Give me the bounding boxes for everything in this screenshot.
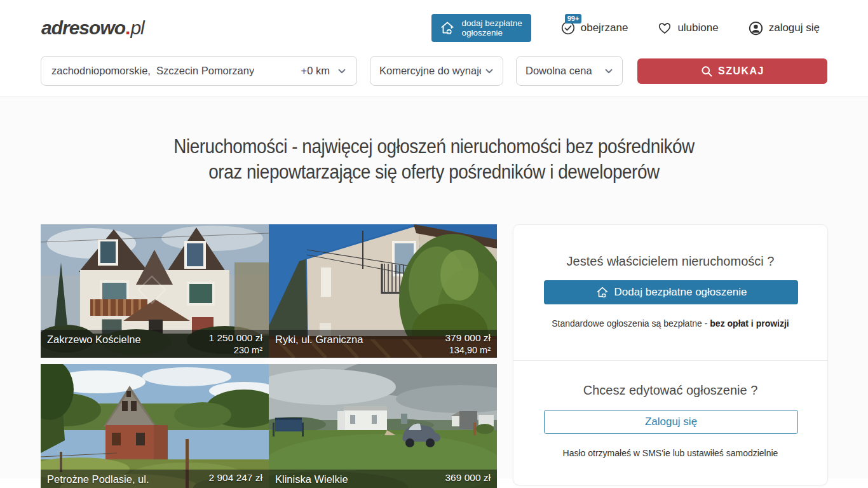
main-content: Nieruchomości - najwięcej ogłoszeń nieru… (0, 97, 868, 478)
listing-caption: Ryki, ul. Graniczna 379 000 zł 134,90 m² (269, 330, 497, 358)
search-button-label: SZUKAJ (718, 65, 764, 77)
listing-card[interactable]: Zakrzewo Kościelne 1 250 000 zł 230 m² (41, 224, 269, 358)
chevron-down-icon (484, 65, 495, 77)
listing-area: 230 m² (234, 345, 262, 355)
listing-caption: Petrożne Podlasie, ul. 2 904 247 zł (41, 470, 269, 488)
viewed-label: obejrzane (581, 22, 628, 34)
favorites-label: ulubione (677, 22, 718, 34)
user-icon (748, 20, 764, 36)
chevron-down-icon (336, 65, 348, 77)
top-bar: adresowo.pl dodaj bezpłatne ogłoszenie 9… (0, 0, 868, 97)
viewed-link[interactable]: 99+ obejrzane (560, 20, 628, 36)
favorites-link[interactable]: ulubione (657, 20, 718, 36)
price-value: Dowolna cena (526, 65, 592, 77)
edit-title: Chcesz edytować ogłoszenie ? (544, 383, 797, 398)
listing-card[interactable]: Kliniska Wielkie 369 000 zł (269, 364, 497, 488)
listing-price: 379 000 zł (445, 332, 491, 343)
listing-price: 2 904 247 zł (209, 472, 262, 483)
listing-location: Zakrzewo Kościelne (47, 332, 141, 358)
listing-price: 369 000 zł (445, 472, 491, 483)
login-link[interactable]: zaloguj się (748, 20, 820, 36)
viewed-badge: 99+ (565, 14, 582, 24)
listing-grid: Zakrzewo Kościelne 1 250 000 zł 230 m² (41, 224, 497, 488)
listing-area: 134,90 m² (449, 345, 491, 355)
radius-dropdown[interactable]: +0 km (301, 65, 348, 77)
house-plus-icon (439, 20, 456, 36)
house-plus-icon (595, 285, 609, 299)
sidebar-login-label: Zaloguj się (645, 416, 697, 428)
add-listing-label: dodaj bezpłatne ogłoszenie (461, 18, 522, 37)
search-icon (700, 65, 713, 78)
location-value: zachodniopomorskie, Szczecin Pomorzany (51, 65, 254, 77)
listing-price: 1 250 000 zł (209, 332, 262, 343)
location-input[interactable]: zachodniopomorskie, Szczecin Pomorzany +… (41, 56, 357, 86)
page-title: Nieruchomości - najwięcej ogłoszeń nieru… (0, 97, 868, 185)
heart-icon (657, 20, 672, 36)
add-listing-button[interactable]: dodaj bezpłatne ogłoszenie (431, 14, 531, 42)
page-title-line2: oraz niepowtarzające się oferty pośredni… (43, 159, 824, 185)
owner-section: Jesteś właścicielem nieruchomości ? Doda… (513, 225, 827, 360)
sidebar-login-button[interactable]: Zaloguj się (544, 410, 798, 434)
listing-caption: Zakrzewo Kościelne 1 250 000 zł 230 m² (41, 330, 269, 358)
radius-value: +0 km (301, 65, 330, 77)
edit-section: Chcesz edytować ogłoszenie ? Zaloguj się… (513, 361, 827, 485)
category-dropdown[interactable]: Komercyjne do wynaję (370, 56, 503, 86)
listing-card[interactable]: Ryki, ul. Graniczna 379 000 zł 134,90 m² (269, 224, 497, 358)
price-dropdown[interactable]: Dowolna cena (516, 56, 623, 86)
listing-location: Petrożne Podlasie, ul. (47, 471, 149, 488)
logo-brand: adresowo (41, 17, 125, 39)
category-value: Komercyjne do wynaję (379, 65, 481, 77)
search-bar: zachodniopomorskie, Szczecin Pomorzany +… (0, 56, 868, 97)
chevron-down-icon (603, 65, 614, 77)
search-button[interactable]: SZUKAJ (637, 58, 827, 84)
login-label: zaloguj się (769, 22, 820, 34)
header-actions: dodaj bezpłatne ogłoszenie 99+ obejrzane (431, 14, 820, 42)
site-header: adresowo.pl dodaj bezpłatne ogłoszenie 9… (0, 0, 868, 56)
listing-card[interactable]: Petrożne Podlasie, ul. 2 904 247 zł (41, 364, 269, 488)
edit-note: Hasło otrzymałeś w SMS'ie lub ustawiłeś … (544, 448, 797, 458)
owner-title: Jesteś właścicielem nieruchomości ? (544, 254, 797, 269)
page-title-line1: Nieruchomości - najwięcej ogłoszeń nieru… (43, 134, 824, 159)
listing-location: Ryki, ul. Graniczna (275, 332, 363, 358)
sidebar-add-listing-button[interactable]: Dodaj bezpłatne ogłoszenie (544, 280, 798, 304)
listing-location: Kliniska Wielkie (275, 471, 348, 488)
logo[interactable]: adresowo.pl (41, 17, 144, 39)
listing-caption: Kliniska Wielkie 369 000 zł (269, 470, 497, 488)
owner-note: Standardowe ogłoszenia są bezpłatne - be… (544, 318, 797, 329)
owner-panel: Jesteś właścicielem nieruchomości ? Doda… (513, 224, 828, 485)
sidebar-add-listing-label: Dodaj bezpłatne ogłoszenie (614, 286, 747, 299)
content-row: Zakrzewo Kościelne 1 250 000 zł 230 m² (0, 224, 868, 488)
logo-tld: pl (130, 17, 144, 39)
